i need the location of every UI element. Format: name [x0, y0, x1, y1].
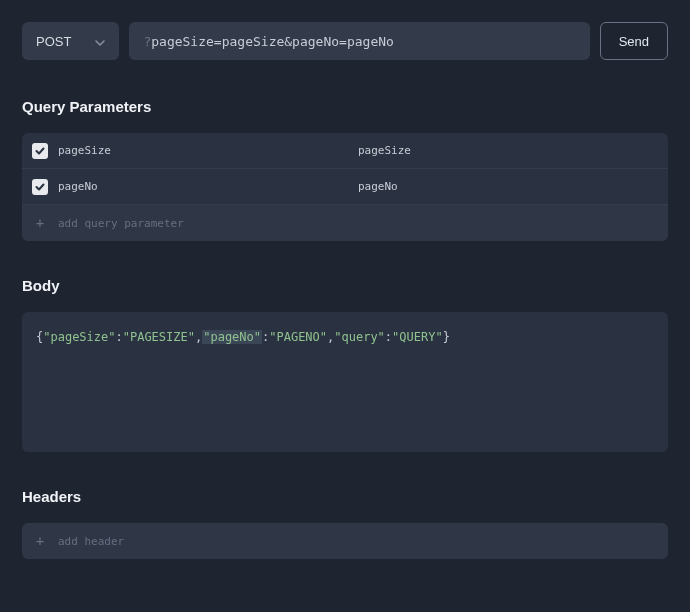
url-text: pageSize=pageSize&pageNo=pageNo: [151, 34, 394, 49]
url-querymark: ?: [143, 34, 151, 49]
check-icon: [35, 182, 45, 192]
headers-title: Headers: [22, 488, 668, 505]
chevron-down-icon: [95, 34, 105, 49]
plus-icon: +: [32, 215, 48, 231]
query-params-block: pageSize pageSize pageNo pageNo + add qu…: [22, 133, 668, 241]
query-parameters-title: Query Parameters: [22, 98, 668, 115]
method-value: POST: [36, 34, 71, 49]
query-param-row[interactable]: pageSize pageSize: [22, 133, 668, 169]
add-header-label: add header: [58, 535, 124, 548]
plus-icon: +: [32, 533, 48, 549]
headers-block: + add header: [22, 523, 668, 559]
check-icon: [35, 146, 45, 156]
query-param-row[interactable]: pageNo pageNo: [22, 169, 668, 205]
add-query-label: add query parameter: [58, 217, 184, 230]
add-header[interactable]: + add header: [22, 523, 668, 559]
query-param-checkbox[interactable]: [32, 179, 48, 195]
query-param-key[interactable]: pageNo: [58, 180, 358, 193]
url-input[interactable]: ?pageSize=pageSize&pageNo=pageNo: [129, 22, 589, 60]
method-select[interactable]: POST: [22, 22, 119, 60]
query-param-value[interactable]: pageSize: [358, 144, 658, 157]
body-editor[interactable]: {"pageSize":"PAGESIZE","pageNo":"PAGENO"…: [22, 312, 668, 452]
body-title: Body: [22, 277, 668, 294]
query-param-checkbox[interactable]: [32, 143, 48, 159]
send-button[interactable]: Send: [600, 22, 668, 60]
query-param-value[interactable]: pageNo: [358, 180, 658, 193]
add-query-parameter[interactable]: + add query parameter: [22, 205, 668, 241]
query-param-key[interactable]: pageSize: [58, 144, 358, 157]
